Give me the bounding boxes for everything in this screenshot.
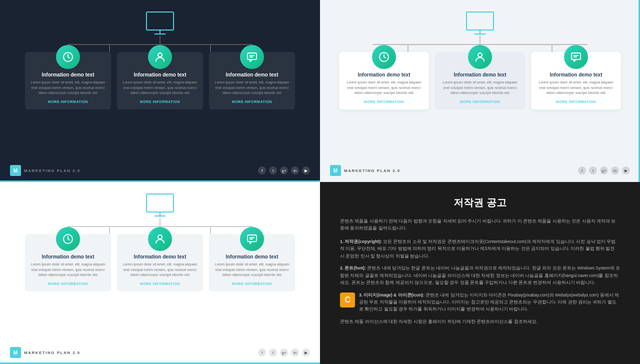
social-in-2[interactable]: in xyxy=(611,166,619,174)
panel-light: Information demo text Lorem ipsum dolor … xyxy=(320,0,640,182)
clock-icon-circle xyxy=(56,45,80,69)
monitor-container xyxy=(142,10,178,36)
svg-point-12 xyxy=(478,53,482,57)
card-3-3-link[interactable]: MORE INFORMATION xyxy=(232,282,272,286)
social-tw-2[interactable]: t xyxy=(589,166,597,174)
cards-row: Information demo text Lorem ipsum dolor … xyxy=(25,52,295,110)
social-fb-3[interactable]: f xyxy=(258,348,266,356)
card-2-2-title: Information demo text xyxy=(454,72,506,78)
card-1: Information demo text Lorem ipsum dolor … xyxy=(25,52,111,110)
section-1-label: 1. 저작권(copyright): xyxy=(340,239,382,244)
copyright-section-2: 2. 폰트(font): 콘텐츠 내에 당겨있는 한글 폰트는 네이버 나눔글꼴… xyxy=(340,264,620,286)
social-fb-2[interactable]: f xyxy=(578,166,586,174)
card-2-3: Information demo text Lorem ipsum dolor … xyxy=(531,52,621,110)
brand-label-2: MARKETING PLAN 2.0 xyxy=(344,168,400,173)
person-icon-circle-2 xyxy=(468,45,492,69)
chat-icon-circle xyxy=(240,45,264,69)
monitor-icon-2 xyxy=(462,10,498,36)
card-2-1-body: Lorem ipsum dolor sit amet, elit, magna … xyxy=(344,80,424,96)
card-3-2-link[interactable]: MORE INFORMATION xyxy=(140,282,180,286)
card-2-1: Information demo text Lorem ipsum dolor … xyxy=(339,52,429,110)
card-2-2: Information demo text Lorem ipsum dolor … xyxy=(435,52,525,110)
social-tw-3[interactable]: t xyxy=(269,348,277,356)
card-2-2-body: Lorem ipsum dolor sit amet, elit, magna … xyxy=(440,80,520,96)
branch-1 xyxy=(109,45,110,52)
card-3-1-body: Lorem ipsum dolor sit amet, elit, magna … xyxy=(30,262,106,278)
card-3-link[interactable]: MORE INFORMATION xyxy=(232,100,272,104)
social-in-3[interactable]: in xyxy=(291,348,299,356)
cards-row-2: Information demo text Lorem ipsum dolor … xyxy=(339,52,621,110)
clock-icon xyxy=(62,51,74,63)
svg-rect-5 xyxy=(248,53,256,60)
v-line-2 xyxy=(480,36,480,44)
person-icon-circle xyxy=(148,45,172,69)
card-3-2-body: Lorem ipsum dolor sit amet, elit, magna … xyxy=(122,262,198,278)
social-gp-3[interactable]: g+ xyxy=(280,348,288,356)
main-grid: Information demo text Lorem ipsum dolor … xyxy=(0,0,640,364)
section-3-label: 3. 이미지(image) & 아이콘(icon): xyxy=(359,292,424,298)
svg-rect-21 xyxy=(248,235,256,242)
clock-icon-circle-2 xyxy=(372,45,396,69)
social-icons-2: f t g+ in ▶ xyxy=(578,166,630,174)
branch-3-3 xyxy=(210,227,211,234)
monitor-icon xyxy=(142,10,178,36)
brand-label-3: MARKETING PLAN 2.0 xyxy=(24,350,80,355)
card-2: Information demo text Lorem ipsum dolor … xyxy=(117,52,203,110)
social-yt[interactable]: ▶ xyxy=(302,166,310,174)
brand-logo-1: M xyxy=(10,165,21,176)
card-3-3-title: Information demo text xyxy=(226,254,278,260)
clock-icon-2 xyxy=(378,51,390,63)
card-3-2: Information demo text Lorem ipsum dolor … xyxy=(117,234,203,292)
person-icon-2 xyxy=(474,51,486,63)
brand-1: M MARKETING PLAN 2.0 xyxy=(10,165,80,176)
clock-icon-3 xyxy=(62,233,74,245)
social-yt-2[interactable]: ▶ xyxy=(622,166,630,174)
social-yt-3[interactable]: ▶ xyxy=(302,348,310,356)
copyright-footer-text: 콘텐츠 제품 라이선스에 대한 자세한 사항은 홈페이지 하단에 기재한 콘텐츠… xyxy=(340,318,620,325)
social-tw[interactable]: t xyxy=(269,166,277,174)
cards-row-3: Information demo text Lorem ipsum dolor … xyxy=(25,234,295,292)
branch-2-1 xyxy=(408,45,408,52)
copyright-intro: 콘텐츠 제품을 사용하기 전에 다음의 법령과 조항을 자세히 읽어 주시기 바… xyxy=(340,218,620,232)
card-1-body: Lorem ipsum dolor sit amet, elit, magna … xyxy=(30,80,106,96)
branch-2-3 xyxy=(552,45,552,52)
copyright-section-3-wrapper: C 3. 이미지(image) & 아이콘(icon): 콘텐츠 내에 당겨있는… xyxy=(340,292,620,313)
branch-3-1 xyxy=(109,227,110,234)
card-3-1-link[interactable]: MORE INFORMATION xyxy=(48,282,88,286)
monitor-container-3 xyxy=(142,192,178,218)
copyright-section-1: 1. 저작권(copyright): 모든 콘텐츠의 소유 및 저작권은 콘텐츠… xyxy=(340,238,620,260)
social-gp-2[interactable]: g+ xyxy=(600,166,608,174)
chat-icon-2 xyxy=(570,51,582,63)
social-fb[interactable]: f xyxy=(258,166,266,174)
card-3-3-body: Lorem ipsum dolor sit amet, elit, magna … xyxy=(214,262,290,278)
copyright-section-3-text: 3. 이미지(image) & 아이콘(icon): 콘텐츠 내에 당겨있는 이… xyxy=(359,292,620,313)
card-2-link[interactable]: MORE INFORMATION xyxy=(140,100,180,104)
social-in[interactable]: in xyxy=(291,166,299,174)
card-3-title: Information demo text xyxy=(226,72,278,78)
card-2-2-link[interactable]: MORE INFORMATION xyxy=(460,100,500,104)
card-1-link[interactable]: MORE INFORMATION xyxy=(48,100,88,104)
person-icon-circle-3 xyxy=(148,227,172,251)
brand-label-1: MARKETING PLAN 2.0 xyxy=(24,168,80,173)
svg-rect-0 xyxy=(146,12,174,30)
panel-1-footer: M MARKETING PLAN 2.0 f t g+ in ▶ xyxy=(10,165,310,176)
social-icons-3: f t g+ in ▶ xyxy=(258,348,310,356)
v-line-1 xyxy=(160,36,160,44)
card-3-2-title: Information demo text xyxy=(134,254,186,260)
card-3-1-title: Information demo text xyxy=(42,254,94,260)
svg-point-20 xyxy=(158,235,162,239)
card-2-1-link[interactable]: MORE INFORMATION xyxy=(364,100,404,104)
clock-icon-circle-3 xyxy=(56,227,80,251)
svg-rect-8 xyxy=(466,12,494,30)
section-2-text: 콘텐츠 내에 당겨있는 한글 폰트는 네이버 나눔글꼴과 저작권으로 제작되었습… xyxy=(340,266,620,285)
svg-rect-16 xyxy=(146,194,174,212)
brand-logo-3: M xyxy=(10,347,21,358)
copyright-title: 저작권 공고 xyxy=(340,196,620,210)
card-2-3-link[interactable]: MORE INFORMATION xyxy=(556,100,596,104)
card-3: Information demo text Lorem ipsum dolor … xyxy=(209,52,295,110)
social-icons-1: f t g+ in ▶ xyxy=(258,166,310,174)
panel-dark: Information demo text Lorem ipsum dolor … xyxy=(0,0,320,182)
person-icon xyxy=(154,51,166,63)
social-gp[interactable]: g+ xyxy=(280,166,288,174)
card-1-title: Information demo text xyxy=(42,72,94,78)
